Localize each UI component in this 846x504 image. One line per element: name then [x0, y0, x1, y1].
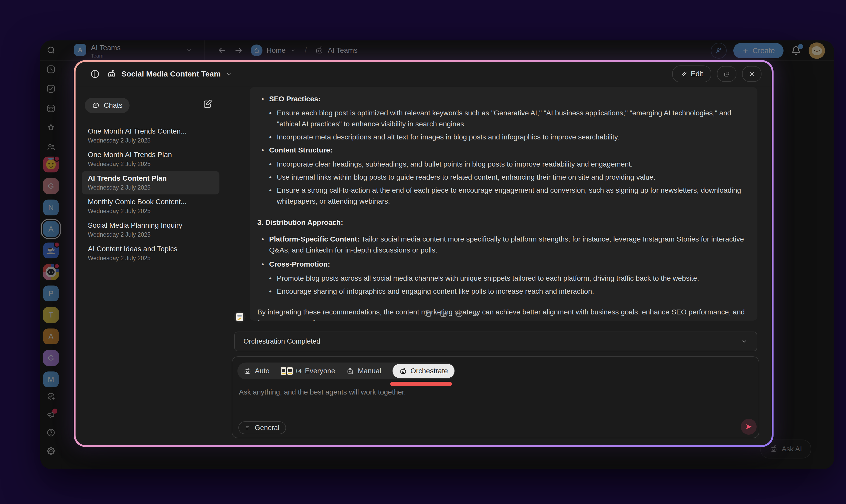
sidebar-toggle-icon[interactable]	[90, 69, 100, 79]
send-button[interactable]	[741, 419, 757, 435]
message-bullet: Incorporate clear headings, subheadings,…	[269, 159, 747, 169]
chats-sidebar: Chats One Month AI Trends Conten...Wedne…	[75, 87, 224, 445]
composer-mode-tabs: Auto+4EveryoneManualOrchestrate	[237, 362, 455, 379]
chat-bubble-icon	[92, 102, 100, 109]
composer-tab-manual[interactable]: Manual	[346, 367, 381, 375]
message-bullet: Incorporate meta descriptions and alt te…	[269, 131, 747, 143]
chat-title: One Month AI Trends Plan	[88, 151, 213, 159]
composer-tab-label: Everyone	[305, 367, 335, 375]
composer-tab-orchestrate[interactable]: Orchestrate	[393, 364, 454, 378]
close-button[interactable]	[742, 66, 761, 82]
chat-date: Wednesday 2 July 2025	[88, 137, 213, 144]
chat-date: Wednesday 2 July 2025	[88, 231, 213, 238]
composer-input[interactable]: Ask anything, and the best agents will w…	[239, 388, 406, 396]
modal-title: Social Media Content Team	[121, 70, 221, 78]
chevron-down-icon	[740, 338, 748, 345]
message-bullet: Use internal links within blog posts to …	[269, 172, 747, 183]
chat-list-item[interactable]: Monthly Comic Book Content...Wednesday 2…	[82, 195, 220, 218]
modal-header: Social Media Content Team Edit	[75, 62, 772, 86]
chat-list-item[interactable]: One Month AI Trends PlanWednesday 2 July…	[82, 147, 220, 171]
message-bullet: Ensure a strong call-to-action at the en…	[269, 185, 747, 207]
orchestration-status-bar[interactable]: Orchestration Completed	[234, 331, 757, 351]
edit-button[interactable]: Edit	[672, 66, 711, 83]
new-chat-icon[interactable]	[202, 99, 213, 109]
desktop-background: A AI Teams Team Home / AI Teams	[0, 0, 846, 504]
message-bullet: Promote blog posts across all social med…	[269, 273, 747, 284]
sparkles-icon[interactable]	[471, 309, 479, 318]
chat-date: Wednesday 2 July 2025	[88, 184, 213, 191]
chat-title: AI Content Ideas and Topics	[88, 245, 213, 253]
expand-button[interactable]	[717, 66, 737, 82]
composer-tab-label: Orchestrate	[411, 367, 448, 375]
chat-date: Wednesday 2 July 2025	[88, 161, 213, 167]
message-bullet: Content Structure:	[257, 145, 747, 156]
pencil-icon	[680, 71, 687, 77]
add-circle-icon[interactable]	[455, 309, 464, 318]
agent-thumbnails	[281, 367, 293, 375]
composer-tab-auto[interactable]: Auto	[243, 367, 270, 375]
message-bullet: Cross-Promotion:	[257, 259, 747, 270]
note-edit-icon[interactable]	[439, 309, 448, 318]
channel-selector[interactable]: General	[238, 421, 286, 434]
chat-list-item[interactable]: One Month AI Trends Conten...Wednesday 2…	[82, 124, 220, 147]
agent-count-badge: +4	[295, 367, 301, 375]
chat-date: Wednesday 2 July 2025	[88, 208, 213, 215]
message-paragraph: By integrating these recommendations, th…	[257, 306, 747, 321]
close-icon	[748, 71, 755, 77]
composer-tab-everyone[interactable]: +4Everyone	[281, 367, 335, 375]
message-heading: 3. Distribution Approach:	[257, 217, 747, 228]
chat-title: One Month AI Trends Conten...	[88, 127, 213, 135]
chat-list-item[interactable]: AI Trends Content PlanWednesday 2 July 2…	[82, 171, 220, 195]
robot-icon	[243, 367, 252, 375]
chat-title: AI Trends Content Plan	[88, 174, 213, 182]
copy-icon[interactable]	[424, 309, 432, 318]
expand-icon	[723, 71, 730, 77]
message-bullet: Platform-Specific Content: Tailor social…	[257, 234, 747, 256]
chat-title: Monthly Comic Book Content...	[88, 198, 213, 206]
chat-date: Wednesday 2 July 2025	[88, 255, 213, 262]
team-modal-gradient-border: Social Media Content Team Edit Chats	[74, 60, 774, 447]
message-composer: Auto+4EveryoneManualOrchestrate Ask anyt…	[232, 356, 759, 438]
robot-icon	[107, 69, 116, 79]
composer-tab-label: Auto	[255, 367, 270, 375]
chat-main-area: SEO Practices:Ensure each blog post is o…	[224, 87, 772, 445]
orchestrate-annotation-underline	[390, 382, 452, 386]
chat-list-item[interactable]: AI Content Ideas and TopicsWednesday 2 J…	[82, 241, 220, 265]
message-bullet: SEO Practices:	[257, 93, 747, 104]
chats-tab[interactable]: Chats	[85, 98, 130, 113]
robot-plus-icon	[346, 367, 355, 375]
send-icon	[744, 422, 753, 431]
message-bullet: Ensure each blog post is optimized with …	[269, 107, 747, 129]
chat-title: Social Media Planning Inquiry	[88, 221, 213, 230]
team-modal: Social Media Content Team Edit Chats	[75, 62, 772, 445]
chats-label: Chats	[104, 101, 122, 109]
robot-icon	[399, 367, 407, 375]
message-bullet: Encourage sharing of infographics and en…	[269, 286, 747, 297]
composer-tab-label: Manual	[358, 367, 381, 375]
channel-label: General	[255, 424, 279, 432]
chevron-down-icon[interactable]	[225, 70, 232, 77]
edit-button-label: Edit	[691, 70, 703, 78]
orchestration-status-label: Orchestration Completed	[243, 338, 320, 345]
list-lines-icon	[245, 425, 252, 431]
agent-avatar	[234, 311, 245, 323]
assistant-message: SEO Practices:Ensure each blog post is o…	[249, 87, 757, 321]
chat-list-item[interactable]: Social Media Planning InquiryWednesday 2…	[82, 218, 220, 241]
